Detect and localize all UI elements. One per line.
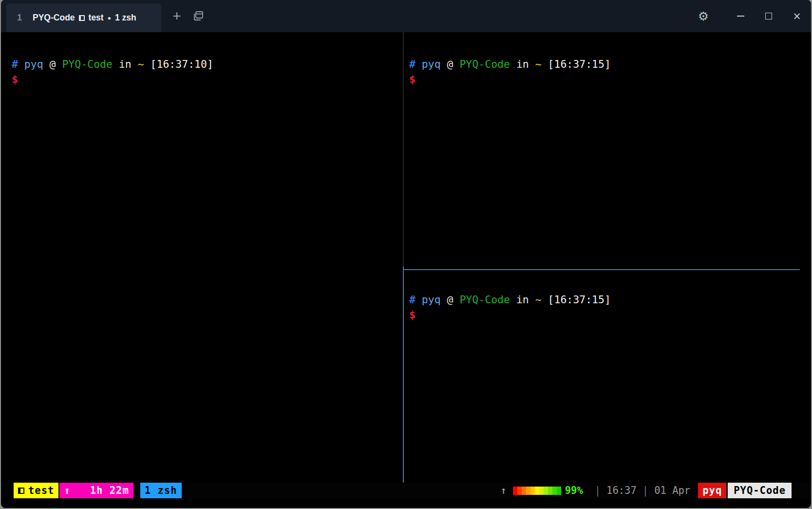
prompt-user: pyq xyxy=(422,294,441,306)
maximize-icon xyxy=(765,13,772,20)
shell-prompt: #pyq@PYQ-Codein~[16:37:15] $ xyxy=(409,57,611,87)
uptime-arrow-icon: ↑ xyxy=(64,485,70,496)
session-name: test xyxy=(28,483,54,498)
close-icon: × xyxy=(793,10,801,22)
titlebar-drag-region[interactable] xyxy=(209,0,689,32)
window-pane-icon xyxy=(79,15,85,21)
terminal-content: #pyq@PYQ-Codein~[16:37:10] $ #pyq@PYQ-Co… xyxy=(1,32,811,508)
stacked-windows-icon xyxy=(192,10,205,22)
tab-title: PYQ-Code test ● 1 zsh xyxy=(33,13,136,23)
tab-switcher-button[interactable] xyxy=(188,3,209,29)
battery-percent: 99% xyxy=(565,485,583,496)
close-button[interactable]: × xyxy=(783,0,811,32)
prompt-symbol: # xyxy=(409,58,415,70)
prompt-host: PYQ-Code xyxy=(459,294,510,306)
pane-bottom-right-active[interactable]: #pyq@PYQ-Codein~[16:37:15] $ xyxy=(404,270,811,482)
pane-divider-vertical-inactive[interactable] xyxy=(403,32,404,266)
date: 01 Apr xyxy=(654,485,690,496)
prompt-path: ~ xyxy=(535,58,542,70)
separator: | xyxy=(642,485,648,496)
shell-prompt: #pyq@PYQ-Codein~[16:37:15] $ xyxy=(409,292,611,322)
tab-title-pane: 1 zsh xyxy=(115,13,136,23)
prompt-cursor: $ xyxy=(12,73,18,85)
session-window-icon xyxy=(18,488,24,494)
tab-title-window: test xyxy=(89,13,104,23)
prompt-in: in xyxy=(516,294,529,306)
battery-gradient-bar xyxy=(513,487,561,495)
prompt-path: ~ xyxy=(138,58,144,70)
spacer xyxy=(77,485,83,496)
window-name: 1 zsh xyxy=(145,485,177,496)
minimize-button[interactable] xyxy=(726,0,755,32)
prompt-symbol: # xyxy=(409,294,415,306)
pane-top-right[interactable]: #pyq@PYQ-Codein~[16:37:15] $ xyxy=(404,32,811,269)
prompt-timestamp: [16:37:15] xyxy=(548,58,611,70)
window-badge[interactable]: 1 zsh xyxy=(140,483,182,498)
prompt-at: @ xyxy=(50,58,56,70)
clock-time: 16:37 xyxy=(606,485,637,496)
prompt-cursor: $ xyxy=(409,309,415,321)
gear-icon: ⚙ xyxy=(698,9,709,23)
prompt-user: pyq xyxy=(422,58,441,70)
dot-separator-icon: ● xyxy=(108,15,111,21)
window-controls: ⚙ × xyxy=(689,0,811,32)
settings-button[interactable]: ⚙ xyxy=(689,0,718,32)
maximize-button[interactable] xyxy=(755,0,783,32)
prompt-host: PYQ-Code xyxy=(62,58,113,70)
tab-title-session: PYQ-Code xyxy=(33,13,75,23)
status-right: ↑ 99% | 16:37 | 01 Apr pyq PYQ-Code xyxy=(500,483,792,498)
user-badge: pyq xyxy=(698,483,726,498)
uptime-badge: ↑ 1h 22m xyxy=(59,483,133,498)
tab-number: 1 xyxy=(17,13,22,23)
terminal-window: 1 PYQ-Code test ● 1 zsh + ⚙ × xyxy=(0,0,812,509)
prompt-user: pyq xyxy=(24,58,43,70)
prompt-timestamp: [16:37:15] xyxy=(548,294,611,306)
uptime-value: 1h 22m xyxy=(90,485,129,496)
prompt-at: @ xyxy=(447,58,453,70)
tab-active[interactable]: 1 PYQ-Code test ● 1 zsh xyxy=(6,3,161,32)
new-tab-button[interactable]: + xyxy=(166,3,188,29)
separator: | xyxy=(595,485,601,496)
pane-left[interactable]: #pyq@PYQ-Codein~[16:37:10] $ xyxy=(1,32,402,482)
hostname-badge: PYQ-Code xyxy=(728,483,792,498)
prompt-in: in xyxy=(516,58,529,70)
battery-arrow-icon: ↑ xyxy=(500,485,506,496)
prompt-timestamp: [16:37:10] xyxy=(151,58,213,70)
shell-prompt: #pyq@PYQ-Codein~[16:37:10] $ xyxy=(12,57,213,87)
minimize-icon xyxy=(737,16,744,17)
prompt-cursor: $ xyxy=(409,73,415,85)
titlebar: 1 PYQ-Code test ● 1 zsh + ⚙ × xyxy=(1,0,811,32)
pane-divider-vertical-active[interactable] xyxy=(403,266,404,483)
session-badge[interactable]: test xyxy=(14,483,58,498)
tmux-status-bar: test ↑ 1h 22m 1 zsh ↑ 99% | 16:37 | 01 A… xyxy=(1,483,811,498)
prompt-path: ~ xyxy=(535,294,542,306)
prompt-host: PYQ-Code xyxy=(459,58,510,70)
prompt-symbol: # xyxy=(12,58,18,70)
prompt-at: @ xyxy=(447,294,453,306)
prompt-in: in xyxy=(119,58,132,70)
pane-divider-horizontal-active[interactable] xyxy=(403,269,800,270)
